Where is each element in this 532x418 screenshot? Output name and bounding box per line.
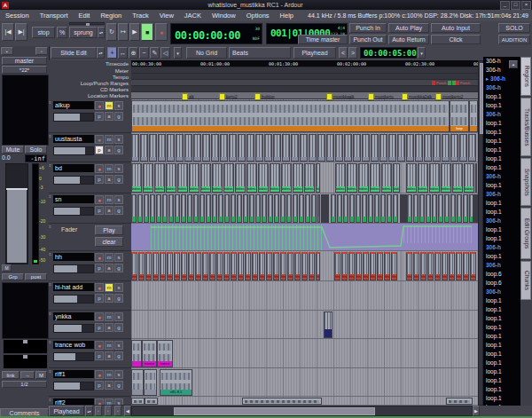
audio-region-slice[interactable] (317, 134, 325, 162)
audio-region-slice[interactable] (335, 134, 343, 162)
audio-region-slice[interactable]: hh-7.2 (266, 252, 272, 280)
audio-region-slice[interactable] (349, 194, 355, 223)
region-list-item[interactable]: loop.1 (483, 128, 520, 137)
audio-region-slice[interactable]: hh-7.2 (363, 252, 369, 280)
menu-jack[interactable]: JACK (179, 12, 207, 20)
track-grip-icon[interactable]: ≡ (49, 397, 51, 402)
audio-region-slice[interactable]: hh-7.2 (216, 252, 223, 280)
record-button[interactable]: ● (155, 23, 168, 41)
audio-region-slice[interactable] (273, 134, 281, 162)
track-header-Fader[interactable]: ≡FaderPlayclear (49, 224, 131, 251)
audio-region-slice[interactable] (144, 194, 149, 223)
audio-region-slice[interactable] (255, 134, 263, 162)
audio-region-slice[interactable] (326, 134, 334, 162)
shuttle-spring-spinner[interactable]: ▴▾ (98, 27, 105, 38)
audio-region-slice[interactable]: bdrec-1 (475, 163, 477, 193)
track-solo-button[interactable]: s (114, 370, 123, 379)
audio-region-slice[interactable] (311, 194, 317, 223)
edit-mode-select[interactable]: Slide Edit (51, 47, 97, 59)
panner-top[interactable] (3, 339, 48, 354)
audio-region-slice[interactable]: bdrec-1 (381, 163, 392, 193)
zoom-mini-button[interactable]: ◦ (114, 406, 121, 416)
audio-region-slice[interactable] (331, 194, 336, 223)
region-list-item[interactable]: loop.1 (483, 350, 520, 359)
track-mute-button[interactable]: m (105, 398, 113, 406)
panner-bottom[interactable] (3, 354, 48, 369)
region-list-item[interactable]: loop.1 (483, 92, 520, 101)
region-list-item[interactable]: 306-h (483, 190, 520, 199)
audio-region-slice[interactable]: hh-7.2 (356, 252, 362, 280)
audio-region-slice[interactable]: hh-7.2 (384, 252, 390, 280)
audio-region-slice[interactable]: bdrec-1 (304, 163, 315, 193)
track-solo-button[interactable]: s (114, 253, 123, 262)
region-list-item[interactable]: loop.1 (483, 305, 520, 314)
audio-region-slice[interactable]: hh-7.2 (406, 252, 412, 280)
track-mute-button[interactable]: m (105, 341, 113, 350)
track-grip-icon[interactable]: ≡ (49, 162, 51, 168)
track-playlist-button[interactable]: p (95, 381, 104, 390)
audio-region-slice[interactable]: bdrec-1 (429, 163, 440, 193)
shuttle-spring-mode[interactable]: sprung (69, 27, 98, 38)
audio-region-slice[interactable]: hh-7.2 (316, 252, 320, 280)
audio-region-slice[interactable] (397, 134, 405, 162)
audio-region-slice[interactable]: hh-7.2 (131, 252, 137, 280)
track-name-field[interactable]: riff2 (53, 398, 94, 406)
audio-region-slice[interactable] (211, 134, 219, 162)
track-playlist-button[interactable]: p (95, 175, 104, 184)
audio-region[interactable] (131, 398, 145, 405)
audio-region-slice[interactable]: bdrec-1 (235, 163, 246, 193)
region-list-item[interactable]: loop.1 (483, 252, 520, 261)
audio-region-slice[interactable] (150, 194, 155, 223)
audio-region-slice[interactable] (274, 194, 279, 223)
regions-list[interactable]: 306-h306-h▸ 306-h306-hloop.1loop.1306-hl… (483, 57, 520, 418)
track-mute-button[interactable]: m (105, 370, 113, 379)
nudge-clock[interactable]: 00:00:05:00 (360, 47, 417, 59)
audio-region[interactable] (324, 312, 332, 338)
region-list-item[interactable]: loop.6 (483, 279, 520, 288)
audio-region-slice[interactable]: bdrec-1 (131, 163, 142, 193)
tab-regions[interactable]: Regions (520, 57, 531, 96)
track-automation-button[interactable]: a (105, 351, 113, 360)
track-playlist-button[interactable]: p (95, 112, 104, 121)
audio-region-slice[interactable] (337, 194, 342, 223)
menu-options[interactable]: Options (241, 12, 275, 20)
audio-region[interactable] (145, 398, 158, 405)
audio-region-slice[interactable] (220, 134, 228, 162)
audio-region-slice[interactable] (291, 134, 299, 162)
shuttle-units[interactable]: % (57, 27, 67, 38)
track-name-field[interactable]: bd (53, 164, 94, 172)
ruler-lane-loop-punch-ranges[interactable]: PunchPunch (131, 80, 478, 86)
audition-tool-icon[interactable]: ◁ (160, 47, 170, 59)
track-solo-button[interactable]: s (114, 312, 123, 321)
audio-region-slice[interactable]: hh-7.2 (195, 252, 201, 280)
track-grip-icon[interactable]: ≡ (49, 193, 51, 199)
audio-region-slice[interactable] (137, 194, 143, 223)
audio-region-slice[interactable] (343, 194, 348, 223)
region-list-item[interactable]: loop.1 (483, 394, 520, 403)
audio-region-slice[interactable] (255, 194, 261, 223)
audio-region-slice[interactable]: bdrec-1 (370, 163, 380, 193)
loop-button[interactable]: ↻ (106, 23, 117, 41)
audio-region-slice[interactable]: hh-7.2 (223, 252, 230, 280)
region-list-item[interactable]: 306-h (483, 288, 520, 296)
audio-region-slice[interactable]: hh-7.2 (391, 252, 397, 280)
region-list-item[interactable]: loop.1 (483, 208, 520, 217)
nudge-forward-button[interactable]: > (348, 47, 357, 59)
audio-region-slice[interactable] (353, 134, 361, 162)
track-name-field[interactable]: ynkka (53, 312, 94, 320)
lane-alkup[interactable]: loop (131, 99, 478, 133)
audio-region-slice[interactable] (344, 134, 352, 162)
audio-region-slice[interactable] (206, 194, 211, 223)
audio-region-slice[interactable] (231, 194, 236, 223)
close-button[interactable]: × (521, 1, 531, 10)
track-solo-button[interactable]: s (114, 195, 123, 204)
audio-region-slice[interactable]: hh-7.2 (202, 252, 208, 280)
track-grip-icon[interactable]: ≡ (49, 224, 51, 229)
audio-region-slice[interactable] (193, 134, 201, 162)
audio-region-slice[interactable]: hh-7.2 (470, 252, 476, 280)
audio-region-slice[interactable] (450, 134, 458, 162)
track-group-button[interactable]: g (114, 294, 123, 303)
track-header-riff2[interactable]: ≡riff2●ms (49, 397, 131, 406)
audio-region-slice[interactable]: bdrec-1 (335, 163, 346, 193)
audio-region-slice[interactable] (374, 194, 379, 223)
